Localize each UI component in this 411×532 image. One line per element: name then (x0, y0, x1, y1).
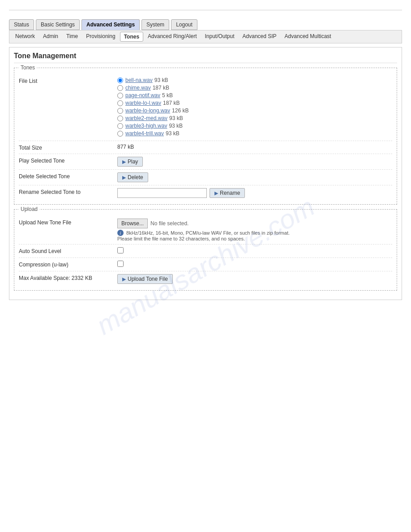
max-space-label: Max Available Space: 2332 KB (19, 274, 117, 281)
radio-warble-lo-l[interactable] (117, 100, 123, 106)
tones-section: Tones File List bell-na.wav93 kBchime.wa… (14, 68, 397, 205)
upload-info-line2: Please limit the file name to 32 charact… (117, 236, 392, 241)
upload-file-value: Browse... No file selected. i 8kHz/16kHz… (117, 219, 392, 241)
play-tone-label: Play Selected Tone (19, 157, 117, 164)
second-nav-item-tones[interactable]: Tones (120, 32, 143, 42)
file-size-warble-lo-l: 187 kB (163, 100, 180, 106)
file-entry-warble-lo-l: warble-lo-l.wav187 kB (117, 100, 392, 106)
top-nav-btn-advanced-settings[interactable]: Advanced Settings (81, 19, 140, 30)
file-size-warble2-med: 93 kB (169, 115, 183, 121)
radio-warble-lo-long[interactable] (117, 108, 123, 114)
info-icon: i (117, 230, 124, 236)
file-link-chime[interactable]: chime.wav (125, 85, 151, 91)
second-nav-item-time[interactable]: Time (63, 32, 81, 42)
top-nav-btn-status[interactable]: Status (9, 19, 34, 30)
file-entry-page-notif: page-notif.wav5 kB (117, 92, 392, 99)
radio-chime[interactable] (117, 85, 123, 91)
second-nav-item-admin[interactable]: Admin (39, 32, 62, 42)
radio-warble3-high[interactable] (117, 123, 123, 129)
rename-tone-row: Rename Selected Tone to ▶ Rename (19, 185, 392, 201)
file-size-page-notif: 5 kB (162, 92, 173, 99)
second-nav-item-advanced-multicast[interactable]: Advanced Multicast (281, 32, 335, 42)
radio-warble4-trill[interactable] (117, 131, 123, 137)
file-link-warble2-med[interactable]: warble2-med.wav (125, 115, 167, 121)
upload-file-label: Upload New Tone File (19, 219, 117, 226)
max-space-value: ▶ Upload Tone File (117, 274, 392, 284)
file-list-row: File List bell-na.wav93 kBchime.wav187 k… (19, 74, 392, 141)
file-link-page-notif[interactable]: page-notif.wav (125, 92, 160, 99)
top-nav-btn-logout[interactable]: Logout (171, 19, 197, 30)
radio-page-notif[interactable] (117, 93, 123, 99)
tones-section-legend: Tones (19, 64, 37, 71)
upload-info: i 8kHz/16kHz, 16-bit, Mono, PCM/u-law WA… (117, 230, 392, 236)
auto-sound-checkbox[interactable] (117, 247, 124, 253)
file-link-warble3-high[interactable]: warble3-high.wav (125, 123, 167, 129)
delete-tone-label: Delete Selected Tone (19, 172, 117, 180)
auto-sound-row: Auto Sound Level (19, 245, 392, 258)
upload-file-row: Upload New Tone File Browse... No file s… (19, 216, 392, 245)
file-entry-chime: chime.wav187 kB (117, 85, 392, 91)
file-entry-warble3-high: warble3-high.wav93 kB (117, 123, 392, 129)
file-link-warble-lo-long[interactable]: warble-lo-long.wav (125, 107, 170, 114)
max-space-row: Max Available Space: 2332 KB ▶ Upload To… (19, 271, 392, 287)
no-file-text: No file selected. (150, 220, 188, 227)
file-entry-warble4-trill: warble4-trill.wav93 kB (117, 130, 392, 137)
auto-sound-value (117, 247, 392, 255)
total-size-value: 877 kB (117, 144, 392, 150)
total-size-label: Total Size (19, 144, 117, 151)
file-size-warble-lo-long: 126 kB (172, 107, 188, 114)
upload-icon: ▶ (122, 276, 126, 282)
file-size-chime: 187 kB (153, 85, 169, 91)
upload-tone-button[interactable]: ▶ Upload Tone File (117, 274, 173, 284)
play-icon: ▶ (122, 159, 126, 165)
file-list-label: File List (19, 77, 117, 84)
second-nav-item-network[interactable]: Network (12, 32, 39, 42)
file-link-warble-lo-l[interactable]: warble-lo-l.wav (125, 100, 161, 106)
content-area: Tone Management Tones File List bell-na.… (9, 47, 402, 300)
file-size-warble3-high: 93 kB (169, 123, 183, 129)
delete-button[interactable]: ▶ Delete (117, 172, 148, 182)
browse-button[interactable]: Browse... (117, 219, 148, 228)
file-entry-bell-na: bell-na.wav93 kB (117, 77, 392, 83)
file-link-warble4-trill[interactable]: warble4-trill.wav (125, 130, 164, 137)
radio-bell-na[interactable] (117, 77, 123, 83)
second-nav-item-advanced-sip[interactable]: Advanced SIP (239, 32, 280, 42)
total-size-row: Total Size 877 kB (19, 141, 392, 154)
compression-row: Compression (u-law) (19, 258, 392, 271)
radio-warble2-med[interactable] (117, 116, 123, 121)
play-button[interactable]: ▶ Play (117, 157, 143, 167)
upload-section-legend: Upload (19, 206, 39, 212)
second-nav-item-advanced-ring-alert[interactable]: Advanced Ring/Alert (144, 32, 200, 42)
rename-tone-label: Rename Selected Tone to (19, 188, 117, 195)
second-nav-item-provisioning[interactable]: Provisioning (82, 32, 119, 42)
rename-tone-value: ▶ Rename (117, 188, 392, 198)
delete-icon: ▶ (122, 175, 126, 180)
delete-tone-row: Delete Selected Tone ▶ Delete (19, 170, 392, 185)
file-entry-warble2-med: warble2-med.wav93 kB (117, 115, 392, 121)
compression-checkbox[interactable] (117, 261, 124, 267)
file-size-bell-na: 93 kB (154, 77, 168, 83)
compression-label: Compression (u-law) (19, 261, 117, 268)
file-entry-warble-lo-long: warble-lo-long.wav126 kB (117, 107, 392, 114)
file-size-warble4-trill: 93 kB (166, 130, 180, 137)
page-title: Tone Management (14, 52, 397, 63)
upload-section: Upload Upload New Tone File Browse... No… (14, 209, 397, 291)
rename-button[interactable]: ▶ Rename (210, 188, 245, 198)
top-nav-btn-basic-settings[interactable]: Basic Settings (36, 19, 80, 30)
rename-icon: ▶ (214, 190, 218, 196)
second-nav-item-input-output[interactable]: Input/Output (201, 32, 238, 42)
compression-value (117, 261, 392, 268)
top-nav-btn-system[interactable]: System (141, 19, 169, 30)
play-tone-value: ▶ Play (117, 157, 392, 167)
file-link-bell-na[interactable]: bell-na.wav (125, 77, 153, 83)
rename-input[interactable] (117, 188, 207, 198)
file-list-value: bell-na.wav93 kBchime.wav187 kBpage-noti… (117, 77, 392, 138)
delete-tone-value: ▶ Delete (117, 172, 392, 182)
play-tone-row: Play Selected Tone ▶ Play (19, 154, 392, 170)
auto-sound-label: Auto Sound Level (19, 247, 117, 254)
